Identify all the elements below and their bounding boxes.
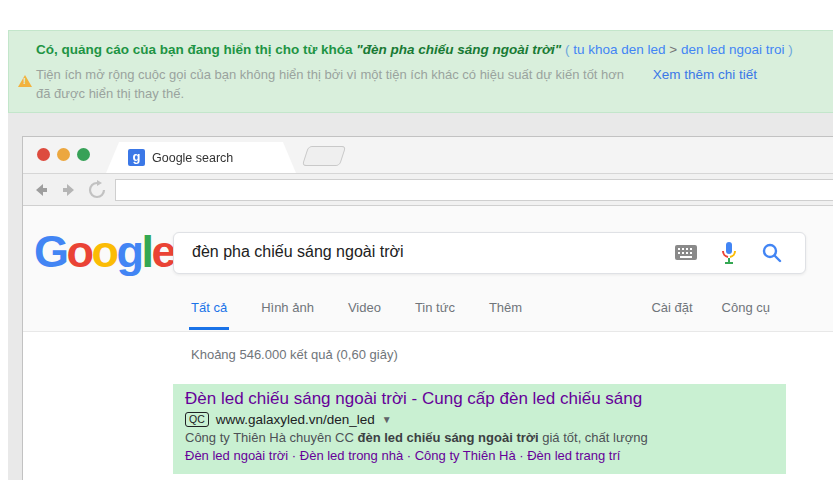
browser-tabstrip: g Google search [23, 137, 833, 173]
ad-url-line: QC www.galaxyled.vn/den_led ▼ [185, 412, 776, 427]
tab-more[interactable]: Thêm [489, 300, 522, 327]
logo-letter: o [67, 226, 92, 277]
google-logo[interactable]: Google [34, 226, 174, 278]
search-options: Cài đặt Công cụ [651, 300, 770, 327]
google-search-header: Google Tất cả Hình ảnh [23, 206, 833, 332]
sitelink[interactable]: Đèn led trang trí [516, 448, 621, 463]
keyword-diagnosis-banner: Có, quảng cáo của bạn đang hiển thị cho … [8, 30, 833, 113]
tab-images[interactable]: Hình ảnh [261, 300, 314, 327]
ad-result-highlighted: Đèn led chiếu sáng ngoài trời - Cung cấp… [173, 384, 786, 474]
logo-letter: G [34, 226, 67, 277]
search-box[interactable] [173, 232, 806, 274]
tab-news[interactable]: Tin tức [415, 300, 455, 327]
address-bar[interactable] [115, 179, 833, 201]
new-tab-button[interactable] [302, 146, 346, 166]
back-button[interactable] [31, 180, 51, 200]
logo-letter: g [117, 226, 142, 277]
search-input[interactable] [192, 243, 632, 261]
sitelink[interactable]: Đèn led ngoài trời [185, 448, 288, 463]
see-more-details-link[interactable]: Xem thêm chi tiết [653, 67, 757, 82]
paren-close: ) [788, 42, 793, 57]
minimize-window-button[interactable] [57, 148, 70, 161]
banner-message: Có, quảng cáo của bạn đang hiển thị cho … [36, 42, 793, 57]
campaign-link[interactable]: tu khoa den led [573, 42, 665, 57]
ad-title-link[interactable]: Đèn led chiếu sáng ngoài trời - Cung cấp… [185, 389, 776, 409]
screenshot-root: Có, quảng cáo của bạn đang hiển thị cho … [0, 0, 833, 480]
logo-letter: o [92, 226, 117, 277]
ad-description: Công ty Thiên Hà chuyên CC đèn led chiếu… [185, 430, 776, 445]
keyboard-icon[interactable] [675, 245, 697, 261]
ad-desc-bold: đèn led chiếu sáng ngoài trời [357, 430, 538, 445]
forward-button[interactable] [59, 180, 79, 200]
ad-qc-badge: QC [185, 412, 209, 427]
tab-all[interactable]: Tất cả [191, 300, 227, 327]
result-type-tabs: Tất cả Hình ảnh Video Tin tức Thêm [191, 300, 522, 327]
ad-sitelinks: Đèn led ngoài trờiĐèn led trong nhàCông … [185, 448, 776, 463]
warning-triangle-icon [18, 75, 32, 87]
logo-letter: e [152, 226, 175, 277]
voice-search-mic-icon[interactable] [721, 241, 737, 265]
banner-message-prefix: Có, quảng cáo của bạn đang hiển thị cho … [36, 42, 353, 57]
ad-desc-prefix: Công ty Thiên Hà chuyên CC [185, 430, 357, 445]
sitelink[interactable]: Công ty Thiên Hà [403, 448, 516, 463]
warning-text: Tiện ích mở rộng cuộc gọi của bạn không … [36, 65, 636, 103]
url-dropdown-arrow-icon[interactable]: ▼ [382, 414, 392, 425]
search-magnifier-icon[interactable] [761, 242, 783, 264]
zoom-window-button[interactable] [77, 148, 90, 161]
logo-letter: l [142, 226, 152, 277]
tab-video[interactable]: Video [348, 300, 381, 327]
settings-menu[interactable]: Cài đặt [651, 300, 692, 327]
browser-window: g Google search Google [22, 136, 833, 480]
level-separator: > [669, 42, 677, 57]
tools-menu[interactable]: Công cụ [722, 300, 770, 327]
banner-keyword: "đèn pha chiếu sáng ngoài trời" [356, 42, 561, 57]
sitelink[interactable]: Đèn led trong nhà [288, 448, 403, 463]
reload-button[interactable] [87, 180, 107, 200]
browser-tab-google-search[interactable]: g Google search [106, 142, 296, 173]
tab-title: Google search [152, 151, 233, 165]
adgroup-link[interactable]: den led ngoai troi [681, 42, 785, 57]
result-stats: Khoảng 546.000 kết quả (0,60 giây) [191, 347, 398, 362]
google-favicon-icon: g [128, 149, 145, 166]
browser-toolbar [23, 173, 833, 206]
paren-open: ( [565, 42, 570, 57]
ad-display-url: www.galaxyled.vn/den_led [216, 412, 375, 427]
ad-desc-suffix: giá tốt, chất lượng [539, 430, 648, 445]
close-window-button[interactable] [37, 148, 50, 161]
